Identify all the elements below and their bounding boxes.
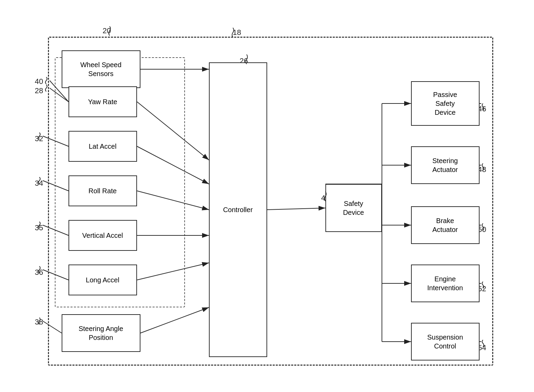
diagram-container: 18 20 40 28 32 34 35 36 38 26 44 46 48 5…	[27, 16, 507, 376]
block-steering-actuator: SteeringActuator	[411, 146, 480, 184]
label-20: 20	[103, 26, 111, 35]
block-long-accel: Long Accel	[69, 265, 137, 295]
block-engine-intervention: EngineIntervention	[411, 265, 480, 302]
block-suspension-control: SuspensionControl	[411, 323, 480, 360]
block-passive-safety: PassiveSafetyDevice	[411, 81, 480, 126]
block-yaw-rate: Yaw Rate	[69, 86, 137, 117]
label-38: 38	[35, 318, 43, 327]
label-28: 28	[35, 86, 43, 95]
block-wheel-speed: Wheel SpeedSensors	[62, 50, 140, 88]
block-safety-device: SafetyDevice	[325, 184, 382, 232]
label-18: 18	[233, 28, 241, 37]
label-40: 40	[35, 77, 43, 86]
block-lat-accel: Lat Accel	[69, 131, 137, 162]
label-35: 35	[35, 223, 43, 232]
block-steering-angle: Steering AnglePosition	[62, 314, 140, 352]
block-roll-rate: Roll Rate	[69, 175, 137, 206]
block-controller: Controller	[209, 62, 267, 357]
label-34: 34	[35, 179, 43, 188]
label-36: 36	[35, 268, 43, 277]
block-brake-actuator: BrakeActuator	[411, 206, 480, 244]
block-vertical-accel: Vertical Accel	[69, 220, 137, 251]
label-32: 32	[35, 134, 43, 143]
